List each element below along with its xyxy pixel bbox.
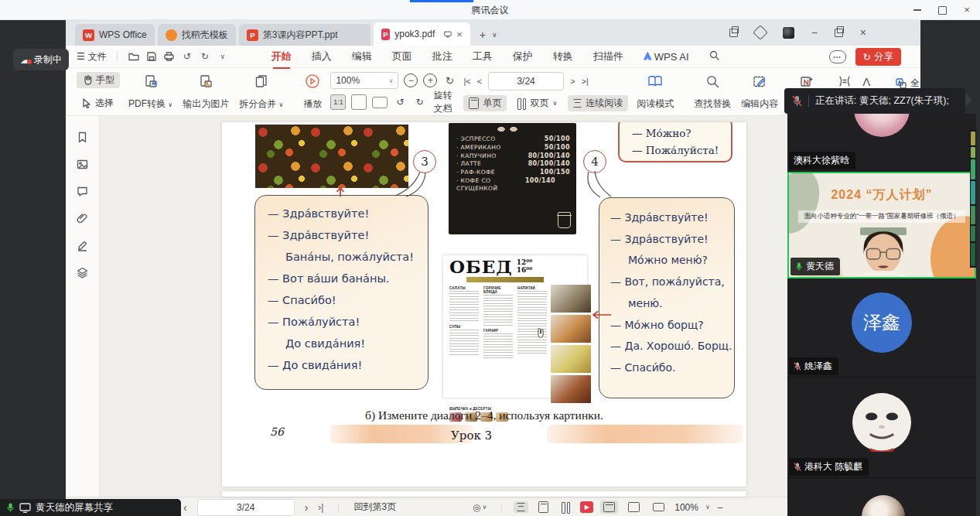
play-icon (305, 73, 320, 90)
menu-edit[interactable]: 编辑 (352, 50, 372, 63)
menu-home[interactable]: 开始 (271, 50, 292, 63)
statusbar-fit-width-button[interactable] (650, 501, 668, 513)
split-merge-button[interactable]: 拆分合并 ∨ (237, 72, 285, 111)
last-page-button[interactable]: >| (582, 77, 589, 86)
print-icon[interactable] (163, 50, 176, 63)
play-button[interactable]: 播放 (302, 72, 323, 111)
attachment-icon[interactable] (77, 213, 88, 224)
menu-insert[interactable]: 插入 (312, 50, 332, 63)
share-arrow-icon: ↻ (863, 51, 871, 63)
meeting-restore-button[interactable] (937, 5, 947, 15)
single-page-button[interactable]: 单页 (463, 95, 507, 111)
statusbar-page-indicator[interactable] (197, 499, 295, 516)
user-avatar[interactable] (783, 27, 794, 39)
continuous-read-button[interactable]: 连续阅读 (568, 95, 628, 111)
statusbar-continuous-button[interactable] (514, 501, 528, 513)
menu-page[interactable]: 页面 (392, 50, 412, 63)
statusbar-single-page-button[interactable] (535, 500, 551, 514)
cloud-sync-icon[interactable]: ••• (829, 50, 846, 63)
continuous-icon (517, 503, 525, 511)
screen-cast-icon[interactable] (444, 30, 452, 39)
wps-close-button[interactable]: × (860, 26, 866, 39)
pdf-convert-button[interactable]: PDF转换 ∨ (127, 72, 174, 111)
tab-docer-templates[interactable]: 找稻壳模板 (158, 24, 236, 46)
statusbar-actual-size-button[interactable] (600, 501, 618, 514)
double-page-button[interactable]: 双页 ∨ (512, 95, 562, 111)
participant-tile[interactable] (787, 478, 976, 516)
statusbar-last-page[interactable]: ›| (318, 502, 323, 513)
menu-tools[interactable]: 工具 (473, 50, 493, 63)
statusbar-next-page[interactable]: › (305, 501, 309, 514)
statusbar-zoom-value[interactable]: 100% (674, 502, 698, 513)
image-panel-icon[interactable] (77, 159, 88, 170)
statusbar-zoom-caret[interactable]: ∨ (705, 504, 710, 511)
undo-icon[interactable]: ↺ (181, 50, 193, 63)
meeting-minimize-button[interactable] (913, 5, 922, 15)
menu-protect[interactable]: 保护 (513, 50, 533, 63)
statusbar-play-button[interactable]: ▶ (580, 501, 593, 513)
statusbar-prev-page[interactable]: ‹ (183, 501, 187, 514)
tab-pdf-document-active[interactable]: P ypok3.pdf × (374, 22, 470, 46)
quickbar-caret-icon[interactable]: ∨ (217, 50, 229, 63)
participant-tile[interactable]: 泽鑫 姚泽鑫 (787, 279, 976, 378)
meeting-close-button[interactable]: × (962, 5, 971, 15)
tab-list-caret[interactable]: ∨ (492, 31, 497, 39)
hand-tool-button[interactable]: 手型 (77, 72, 120, 88)
edit-content-button[interactable]: 编辑内容 (739, 72, 780, 111)
zoom-select[interactable]: 100% ∨ (330, 72, 398, 89)
screen-share-banner[interactable]: 黄天德的屏幕共享 (0, 499, 181, 516)
wps-restore-button[interactable] (835, 29, 843, 37)
bookmark-icon[interactable] (77, 132, 88, 143)
first-page-button[interactable]: |< (463, 77, 470, 86)
rotate-doc-label[interactable]: 旋转文档 (433, 89, 456, 115)
view-options-button[interactable]: ◎∨ (470, 501, 490, 514)
zoom-out-button[interactable]: − (404, 73, 418, 87)
statusbar-fit-page-button[interactable] (625, 501, 643, 514)
back-to-page-button[interactable]: 回到第3页 (353, 501, 396, 514)
rotate-left-icon[interactable]: ↺ (393, 95, 407, 109)
participant-name: 黄天德 (790, 258, 840, 275)
redo-icon[interactable]: ↻ (199, 50, 211, 63)
tab-ppt-document[interactable]: P 第3课内容PPT.ppt (239, 24, 370, 46)
read-mode-button[interactable]: 阅读模式 (635, 72, 675, 111)
zoom-in-button[interactable]: + (423, 73, 437, 87)
fit-width-icon (653, 503, 664, 511)
select-tool-button[interactable]: 选择 (77, 95, 120, 111)
file-menu[interactable]: ☰ 文件 (77, 50, 107, 63)
share-button[interactable]: ↻分享 (855, 48, 901, 66)
menu-wps-ai[interactable]: WPS AI (644, 51, 689, 63)
save-icon[interactable] (145, 50, 158, 63)
ai-read-icon[interactable]: Λ (862, 75, 870, 88)
new-tab-button[interactable]: + (480, 29, 486, 41)
export-image-button[interactable]: 输出为图片 (181, 72, 230, 111)
avatar: 泽鑫 (852, 292, 912, 353)
statusbar-zoom-out[interactable]: − (717, 501, 723, 514)
comment-icon[interactable] (77, 186, 88, 197)
participant-tile-speaking[interactable]: 2024 “万人计划” 面向小语种专业的“一带一路”国家暑期研修班（俄语） (787, 172, 976, 279)
menu-annotate[interactable]: 批注 (432, 50, 452, 63)
layers-icon[interactable] (77, 267, 88, 279)
rotate-right-icon[interactable]: ↻ (412, 95, 426, 109)
find-replace-button[interactable]: 查找替换 (692, 72, 732, 111)
workspace-icon[interactable] (753, 25, 768, 40)
tab-wps-home[interactable]: W WPS Office (75, 24, 155, 46)
split-view-icon[interactable] (729, 29, 738, 37)
menu-search-icon[interactable] (709, 50, 719, 63)
fit-width-icon[interactable] (372, 97, 388, 108)
fit-page-icon[interactable] (351, 94, 367, 110)
menu-convert[interactable]: 转换 (553, 50, 573, 63)
menu-scan[interactable]: 扫描件 (593, 50, 623, 63)
prev-page-button[interactable]: < (477, 77, 482, 86)
statusbar-double-page-button[interactable] (558, 501, 573, 514)
wps-minimize-button[interactable]: − (811, 26, 818, 39)
next-page-button[interactable]: > (570, 77, 575, 86)
signature-pen-icon[interactable] (77, 240, 88, 251)
coffee-menu-board: · ЭСПРЕССО50/100 · АМЕРИКАНО50/100 · КАП… (449, 123, 576, 234)
recording-badge[interactable]: ☁ 录制中 (13, 49, 69, 70)
open-folder-icon[interactable] (128, 50, 140, 63)
participant-tile[interactable]: 港科大 陈毓麒 (787, 378, 976, 478)
tab-close-icon[interactable]: × (456, 29, 463, 40)
page-indicator-input[interactable] (488, 72, 564, 91)
actual-size-button[interactable]: 1:1 (330, 94, 346, 110)
participant-tile[interactable]: 澳科大徐紫晗 (787, 114, 976, 172)
